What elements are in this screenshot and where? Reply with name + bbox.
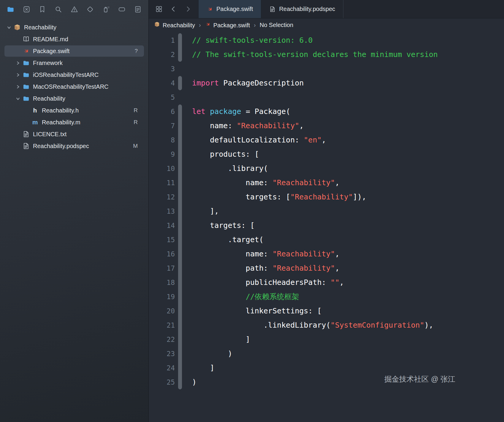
code-line-11[interactable]: 11 name: "Reachability", <box>149 176 504 190</box>
code-line-text: targets: [ <box>185 218 504 233</box>
code-line-10[interactable]: 10 .library( <box>149 161 504 176</box>
code-line-20[interactable]: 20 linkerSettings: [ <box>149 304 504 318</box>
tab-overview-button[interactable] <box>155 5 163 13</box>
change-bar <box>175 347 185 361</box>
line-number: 15 <box>149 233 175 247</box>
change-bar <box>175 62 185 76</box>
breadcrumb-item-reachability[interactable]: Reachability <box>154 21 195 29</box>
code-area[interactable]: 1// swift-tools-version: 6.02// The swif… <box>149 31 504 422</box>
code-line-6[interactable]: 6let package = Package( <box>149 104 504 119</box>
code-line-22[interactable]: 22 ] <box>149 332 504 347</box>
code-line-23[interactable]: 23 ) <box>149 347 504 361</box>
editor-tab-controls <box>149 0 198 18</box>
code-line-5[interactable]: 5 <box>149 90 504 104</box>
disclosure-chevron-icon[interactable] <box>14 96 22 101</box>
tab-package-swift[interactable]: Package.swift <box>198 0 261 18</box>
debug-navigator-button[interactable] <box>102 5 111 14</box>
code-line-7[interactable]: 7 name: "Reachability", <box>149 119 504 133</box>
tree-item-label: LICENCE.txt <box>33 131 66 138</box>
tree-item-macosreachabilitytestarc[interactable]: MacOSReachabilityTestARC <box>0 81 148 93</box>
disclosure-chevron-icon[interactable] <box>14 73 22 77</box>
tests-navigator-button[interactable] <box>85 5 95 14</box>
code-line-2[interactable]: 2// The swift-tools-version declares the… <box>149 47 504 62</box>
line-number: 9 <box>149 147 175 161</box>
bookmarks-navigator-button[interactable] <box>38 5 47 14</box>
tree-item-reachability[interactable]: Reachability <box>0 21 148 33</box>
code-line-18[interactable]: 18 publicHeadersPath: "", <box>149 275 504 290</box>
tree-item-label: Reachability <box>24 24 56 31</box>
tree-item-licence-txt[interactable]: LICENCE.txt <box>0 128 148 140</box>
folder-icon <box>22 71 30 78</box>
code-line-text: .target( <box>185 233 504 247</box>
project-navigator-button[interactable] <box>6 5 15 14</box>
tree-item-label: Framework <box>33 60 63 66</box>
back-button[interactable] <box>169 5 178 13</box>
breadcrumb-item-package-swift[interactable]: Package.swift <box>205 21 250 29</box>
change-bar <box>175 90 185 104</box>
line-number: 17 <box>149 261 175 275</box>
tree-item-reachability[interactable]: Reachability <box>0 93 148 104</box>
scm-status-badge: R <box>134 107 138 114</box>
tree-item-package-swift[interactable]: Package.swift? <box>0 45 148 57</box>
change-bar <box>175 332 185 347</box>
code-line-text: ] <box>185 361 504 375</box>
line-number: 20 <box>149 304 175 318</box>
code-line-17[interactable]: 17 path: "Reachability", <box>149 261 504 275</box>
tree-item-iosreachabilitytestarc[interactable]: iOSReachabilityTestARC <box>0 69 148 81</box>
breadcrumb-item-no-selection[interactable]: No Selection <box>260 22 293 28</box>
tree-item-reachability-m[interactable]: mReachability.mR <box>0 116 148 128</box>
code-line-19[interactable]: 19 //依赖系统框架 <box>149 290 504 304</box>
line-number: 24 <box>149 361 175 375</box>
change-bar <box>175 361 185 375</box>
tab-reachability-podspec[interactable]: Reachability.podspec <box>261 0 343 18</box>
line-number: 23 <box>149 347 175 361</box>
line-number: 22 <box>149 332 175 347</box>
code-line-1[interactable]: 1// swift-tools-version: 6.0 <box>149 33 504 47</box>
code-line-12[interactable]: 12 targets: ["Reachability"]), <box>149 190 504 204</box>
code-line-24[interactable]: 24 ] <box>149 361 504 375</box>
code-line-21[interactable]: 21 .linkedLibrary("SystemConfiguration")… <box>149 318 504 332</box>
code-line-text: ) <box>185 375 504 389</box>
editor-area: Package.swiftReachability.podspec Reacha… <box>149 0 504 422</box>
source-control-navigator-button[interactable] <box>22 5 31 14</box>
disclosure-chevron-icon[interactable] <box>5 25 13 30</box>
code-line-4[interactable]: 4import PackageDescription <box>149 76 504 90</box>
code-line-text: ], <box>185 204 504 218</box>
disclosure-chevron-icon[interactable] <box>14 61 22 65</box>
line-number: 4 <box>149 76 175 90</box>
breadcrumb-label: No Selection <box>260 22 293 28</box>
tree-item-label: iOSReachabilityTestARC <box>33 72 99 78</box>
change-bar <box>175 318 185 332</box>
line-number: 3 <box>149 62 175 76</box>
tab-label: Reachability.podspec <box>279 6 335 12</box>
code-line-3[interactable]: 3 <box>149 62 504 76</box>
bookmarks-navigator-icon <box>38 5 46 13</box>
navigator-sidebar: ReachabilityREADME.mdPackage.swift?Frame… <box>0 0 149 422</box>
swift-icon <box>205 21 211 27</box>
reports-navigator-button[interactable] <box>133 5 142 14</box>
xcode-window: ReachabilityREADME.mdPackage.swift?Frame… <box>0 0 504 422</box>
change-bar <box>175 133 185 147</box>
issues-navigator-button[interactable] <box>70 5 79 14</box>
tree-item-framework[interactable]: Framework <box>0 57 148 69</box>
tree-item-reachability-h[interactable]: hReachability.hR <box>0 104 148 116</box>
breakpoints-navigator-button[interactable] <box>117 5 126 14</box>
tree-item-reachability-podspec[interactable]: Reachability.podspecM <box>0 140 148 152</box>
tree-item-readme-md[interactable]: README.md <box>0 33 148 45</box>
swift-icon <box>207 6 213 12</box>
disclosure-chevron-icon[interactable] <box>14 85 22 89</box>
forward-button[interactable] <box>184 5 192 13</box>
code-line-text <box>185 90 504 104</box>
change-bar <box>175 233 185 247</box>
code-line-text: .library( <box>185 161 504 176</box>
code-line-9[interactable]: 9 products: [ <box>149 147 504 161</box>
code-line-15[interactable]: 15 .target( <box>149 233 504 247</box>
find-navigator-button[interactable] <box>54 5 63 14</box>
code-line-16[interactable]: 16 name: "Reachability", <box>149 247 504 261</box>
code-line-13[interactable]: 13 ], <box>149 204 504 218</box>
code-line-text <box>185 62 504 76</box>
code-line-8[interactable]: 8 defaultLocalization: "en", <box>149 133 504 147</box>
code-line-14[interactable]: 14 targets: [ <box>149 218 504 233</box>
change-bar <box>175 119 185 133</box>
editor-tab-bar: Package.swiftReachability.podspec <box>149 0 504 18</box>
